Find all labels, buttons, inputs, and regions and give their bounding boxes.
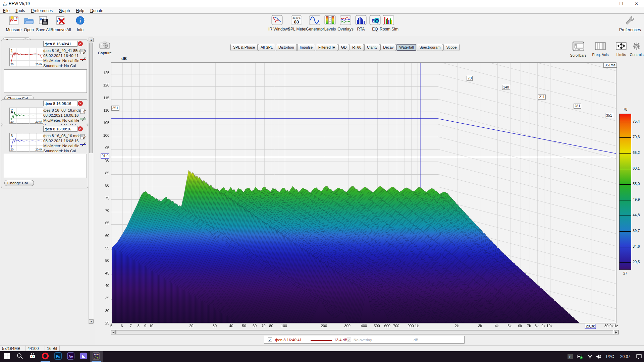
maximize-button[interactable]: ❐ (614, 0, 629, 7)
tab-scope[interactable]: Scope (443, 44, 459, 51)
tab-rt60[interactable]: RT60 (350, 44, 364, 51)
freq-axis-button[interactable]: Freq. Axis (590, 42, 610, 57)
waterfall-plot[interactable] (111, 62, 616, 323)
taskbar-app-rew[interactable]: REW (90, 351, 103, 362)
ir-windows-button[interactable]: IR Windows (268, 15, 286, 32)
measurement-panel-2[interactable]: ✕22020,0kфев 8 16_08_16.mdat08.02.2021 1… (1, 99, 88, 125)
close-measurement-icon[interactable]: ✕ (78, 101, 83, 106)
notes-icon[interactable] (80, 134, 86, 141)
y-tick-label: 120 (103, 83, 109, 87)
close-measurement-icon[interactable]: ✕ (78, 41, 83, 46)
change-cal-button[interactable]: Change Cal... (4, 180, 34, 186)
search-icon (16, 353, 23, 361)
levels-button[interactable]: 0369Levels (321, 15, 339, 32)
measurement-listbox[interactable] (4, 69, 87, 93)
colorbar-tick-label: 34,6 (633, 244, 640, 248)
trace-visible-checkbox[interactable]: ✓ (268, 338, 272, 342)
trace-style-icon[interactable] (80, 57, 87, 63)
measurement-panel-3[interactable]: ✕32020,0kфев 8 16_08_16.mdat08.02.2021 1… (1, 125, 88, 188)
y-tick-label: 55 (105, 246, 109, 250)
tab-spectrogram[interactable]: Spectrogram (417, 44, 443, 51)
trace-style-icon[interactable] (80, 142, 87, 148)
tray-payment-icon[interactable] (576, 351, 584, 362)
tray-language[interactable]: РУС (604, 351, 616, 362)
tray-notifications-icon[interactable] (635, 351, 643, 362)
waterfall-plot-canvas[interactable] (111, 63, 616, 323)
scrollbar-thumb[interactable] (89, 43, 93, 153)
tab-gd[interactable]: GD (338, 44, 350, 51)
capture-control[interactable]: Capture (98, 41, 111, 55)
controls-button[interactable]: Controls (627, 42, 644, 57)
measurement-title-field[interactable] (43, 41, 77, 47)
scroll-up-arrow[interactable]: ▲ (89, 38, 94, 42)
generator-button[interactable]: Generator (306, 15, 323, 32)
remove-all-label: Remove All (50, 27, 71, 32)
scroll-left-arrow[interactable]: ◀ (111, 330, 116, 334)
status-memory: 57/184MB (0, 346, 25, 351)
measurement-title-field[interactable] (43, 101, 77, 106)
x-tick-label: 10 (149, 324, 153, 328)
taskbar-app-start[interactable] (1, 351, 13, 362)
tab-clarity[interactable]: Clarity (364, 44, 380, 51)
colorbar-separator (620, 122, 631, 122)
info-button[interactable]: iInfo (70, 15, 91, 32)
tab-filtered-ir[interactable]: Filtered IR (316, 44, 338, 51)
menu-help[interactable]: Help (73, 8, 87, 14)
minimize-button[interactable]: – (599, 0, 614, 7)
taskbar-app-viewer[interactable] (77, 351, 90, 362)
room-sim-button[interactable]: Room Sim (380, 15, 397, 32)
menu-donate[interactable]: Donate (87, 8, 106, 14)
measurement-panel-1[interactable]: ✕12020,0kфев 8 16_40_41 85sm.n08.02.2021… (1, 40, 88, 104)
tab-all-spl[interactable]: All SPL (258, 44, 275, 51)
taskbar-app-opera[interactable] (39, 351, 52, 362)
status-bit-depth: 16 Bit (45, 346, 60, 351)
tray-clock[interactable]: 20:07 (618, 351, 633, 362)
tray-f-icon[interactable]: F (566, 351, 574, 362)
measurement-listbox[interactable] (4, 154, 87, 178)
tab-impulse[interactable]: Impulse (297, 44, 316, 51)
menu-preferences[interactable]: Preferences (28, 8, 56, 14)
info-icon: i (74, 15, 86, 26)
hscroll-thumb[interactable] (116, 330, 613, 334)
menu-graph[interactable]: Graph (56, 8, 73, 14)
close-button[interactable]: ✕ (629, 0, 644, 7)
thumb-range-right: 20,0k (35, 120, 42, 123)
svg-text:Ae: Ae (69, 355, 73, 358)
title-bar: REW V5,19 – ❐ ✕ (0, 0, 644, 7)
overlays-button[interactable]: Overlays (337, 15, 354, 32)
notes-icon[interactable] (80, 49, 86, 56)
controls-label: Controls (627, 53, 644, 57)
status-sample-rate: 44100 Hz (25, 346, 45, 351)
x-tick-label: 40 (229, 324, 233, 328)
taskbar-app-store[interactable] (26, 351, 39, 362)
taskbar-app-photoshop[interactable]: Ps (52, 351, 64, 362)
camera-icon (99, 45, 110, 51)
remove-all-button[interactable]: Remove All (50, 15, 71, 32)
sidebar-scrollbar[interactable]: ▲ ▼ (89, 38, 93, 324)
scrollbars-button[interactable]: Scrollbars (568, 42, 588, 57)
close-measurement-icon[interactable]: ✕ (78, 126, 83, 131)
tab-distortion[interactable]: Distortion (276, 44, 297, 51)
overlay-checkbox[interactable]: ✓ (347, 338, 351, 342)
menu-file[interactable]: File (0, 8, 12, 14)
scroll-down-arrow[interactable]: ▼ (89, 319, 94, 323)
spl-meter-button[interactable]: dB SPL83SPL Meter (288, 15, 305, 32)
tab-decay[interactable]: Decay (380, 44, 396, 51)
x-tick-label: 2k (455, 324, 459, 328)
scroll-right-arrow[interactable]: ▶ (614, 330, 619, 334)
tray-volume-icon[interactable] (594, 351, 603, 362)
x-tick-label: 50 (242, 324, 246, 328)
trace-style-icon[interactable] (80, 116, 87, 123)
preferences-button[interactable]: Preferences (619, 15, 640, 32)
menu-tools[interactable]: Tools (12, 8, 28, 14)
measurement-title-field[interactable] (43, 126, 77, 132)
tray-wifi-icon[interactable] (586, 351, 594, 362)
tab-spl-phase[interactable]: SPL & Phase (230, 44, 258, 51)
horizontal-scrollbar[interactable]: ◀ ▶ (111, 330, 619, 335)
measurement-date: 08.02.2021 16:08:16 (43, 113, 79, 117)
taskbar-app-search[interactable] (13, 351, 26, 362)
taskbar-app-after-effects[interactable]: Ae (64, 351, 77, 362)
tab-waterfall[interactable]: Waterfall (396, 44, 416, 51)
notes-icon[interactable] (80, 108, 86, 116)
y-tick-label: 40 (105, 284, 109, 288)
